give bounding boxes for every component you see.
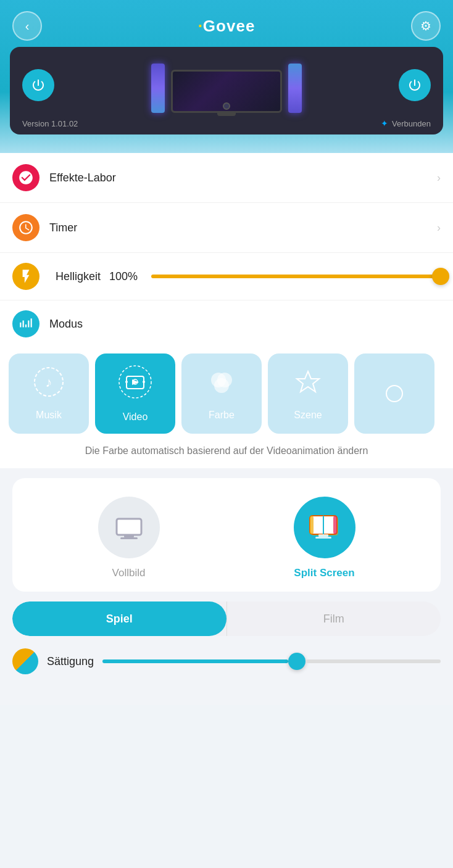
light-bar-right [288, 64, 302, 113]
vollbild-label: Vollbild [112, 567, 146, 579]
header-bar: ‹ ·Govee ⚙ [0, 0, 453, 47]
back-button[interactable]: ‹ [12, 11, 42, 41]
brightness-slider[interactable] [151, 274, 441, 279]
brightness-row: Helligkeit 100% [0, 253, 453, 300]
light-bar-left [151, 64, 165, 113]
film-button[interactable]: Film [227, 601, 441, 636]
svg-point-12 [386, 386, 402, 402]
mode-tab-musik[interactable]: ♪ Musik [9, 353, 89, 434]
svg-point-6 [125, 381, 128, 383]
connection-status: ✦ Verbunden [381, 118, 431, 128]
svg-rect-22 [333, 516, 337, 534]
vollbild-option[interactable]: Vollbild [98, 497, 160, 579]
brightness-track [151, 275, 441, 278]
video-label: Video [123, 411, 148, 423]
brightness-icon [12, 263, 39, 290]
version-label: Version 1.01.02 [22, 119, 78, 128]
svg-rect-21 [310, 516, 314, 534]
device-card-inner [10, 47, 443, 115]
game-button[interactable]: Spiel [12, 601, 226, 636]
brightness-thumb [432, 268, 449, 285]
saturation-icon [12, 648, 38, 674]
modus-row: Modus [0, 300, 453, 347]
svg-marker-11 [297, 371, 319, 392]
timer-chevron-icon: › [437, 221, 441, 234]
saturation-track-filled [102, 659, 288, 663]
musik-label: Musik [36, 410, 62, 421]
header: ‹ ·Govee ⚙ [0, 0, 453, 153]
szene-label: Szene [294, 410, 322, 421]
game-film-toggle: Spiel Film [12, 601, 441, 636]
saturation-track-empty [305, 659, 441, 663]
app-title: ·Govee [198, 17, 256, 36]
split-screen-label: Split Screen [294, 567, 354, 579]
saturation-label: Sättigung [47, 655, 94, 668]
farbe-icon [206, 366, 237, 403]
tv-screen [171, 70, 282, 113]
vollbild-circle [98, 497, 160, 558]
bluetooth-icon: ✦ [381, 118, 388, 128]
screen-options-card: Vollbild [12, 478, 441, 592]
svg-point-7 [143, 381, 145, 383]
svg-rect-13 [117, 519, 141, 535]
brightness-value: 100% [109, 270, 138, 283]
mode-tab-szene[interactable]: Szene [268, 353, 348, 434]
timer-label: Timer [49, 221, 437, 234]
settings-button[interactable]: ⚙ [411, 11, 441, 41]
effekte-labor-item[interactable]: Effekte-Labor › [0, 153, 453, 203]
mode-tab-video[interactable]: Video [95, 353, 175, 434]
effekte-chevron-icon: › [437, 172, 441, 184]
video-icon [118, 365, 152, 405]
modus-label: Modus [49, 318, 441, 331]
effekte-icon [12, 164, 39, 191]
saturation-thumb [288, 653, 305, 670]
power-button-left[interactable] [22, 69, 54, 101]
device-image-area [54, 57, 399, 113]
farbe-label: Farbe [209, 410, 235, 421]
saturation-row: Sättigung [0, 636, 453, 687]
svg-rect-14 [124, 535, 134, 537]
split-screen-circle [294, 497, 355, 558]
camera-dot [223, 102, 230, 110]
mode-tab-farbe[interactable]: Farbe [181, 353, 262, 434]
svg-rect-19 [318, 534, 328, 537]
connected-label: Verbunden [392, 119, 431, 128]
svg-point-10 [214, 378, 229, 393]
svg-rect-15 [120, 537, 138, 539]
video-description: Die Farbe automatisch basierend auf der … [0, 434, 453, 468]
device-card: Version 1.01.02 ✦ Verbunden [10, 47, 443, 134]
mode-tabs: ♪ Musik Video [0, 347, 453, 434]
power-button-right[interactable] [399, 69, 431, 101]
timer-item[interactable]: Timer › [0, 203, 453, 253]
szene-icon [293, 366, 323, 403]
musik-icon: ♪ [33, 366, 64, 403]
svg-text:♪: ♪ [46, 374, 52, 390]
timer-icon [12, 214, 39, 241]
svg-rect-20 [315, 537, 331, 539]
split-screen-option[interactable]: Split Screen [294, 497, 355, 579]
tv-stand [217, 111, 236, 116]
effekte-label: Effekte-Labor [49, 172, 437, 184]
brightness-label: Helligkeit [56, 270, 101, 283]
saturation-slider[interactable] [102, 653, 441, 670]
main-content: Effekte-Labor › Timer › Helligkeit 100% [0, 153, 453, 705]
modus-icon [12, 310, 39, 337]
device-status-bar: Version 1.01.02 ✦ Verbunden [10, 115, 443, 134]
mode-tab-extra[interactable] [354, 353, 434, 434]
